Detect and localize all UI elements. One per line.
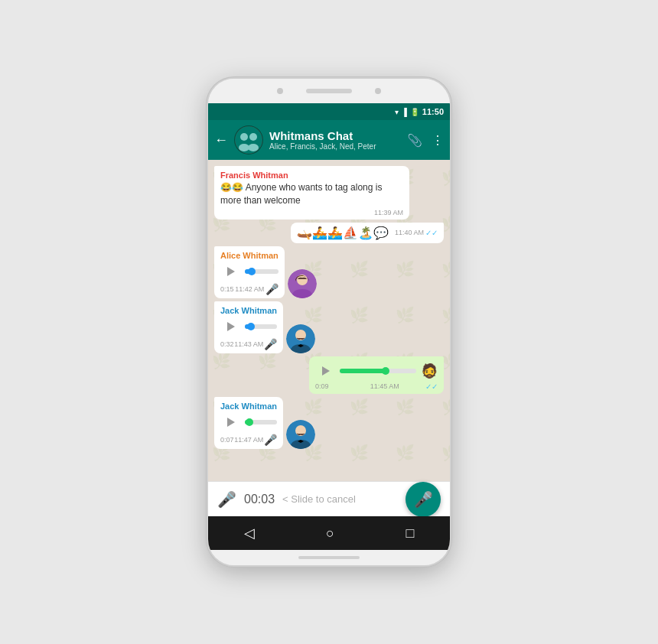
mic-fab-button[interactable]: 🎤 [406, 482, 441, 517]
jack-dot-2 [246, 418, 253, 426]
slide-to-cancel: < Slide to cancel [282, 493, 398, 505]
phone-frame: ▾ ▐ 🔋 11:50 ← [207, 77, 451, 567]
message-bubble: Francis Whitman 😂😂 Anyone who wants to t… [214, 166, 409, 220]
emoji-content: 🛶🚣🚣⛵🏝️💬 [297, 226, 389, 240]
emoji-message: 🛶🚣🚣⛵🏝️💬 11:40 AM ✓✓ [291, 223, 444, 243]
alice-play-icon [227, 267, 235, 276]
chat-title: Whitmans Chat [269, 129, 401, 142]
sent-time: 11:45 AM [370, 382, 399, 390]
check-marks: ✓✓ [425, 229, 438, 237]
nav-back-icon[interactable]: ◁ [244, 525, 255, 542]
phone-camera-2 [375, 88, 381, 94]
phone-speaker [306, 89, 352, 93]
phone-top [208, 79, 450, 103]
jack-avatar-1 [286, 324, 315, 353]
chat-info: Whitmans Chat Alice, Francis, Jack, Ned,… [269, 129, 401, 151]
svg-point-3 [239, 144, 249, 151]
svg-rect-0 [235, 126, 262, 154]
sent-audio-info: 0:09 11:45 AM ✓✓ [315, 382, 438, 391]
alice-audio-message: Alice Whitman 0:15 11:42 AM 🎤 [214, 246, 317, 298]
jack-play-button-2[interactable] [220, 412, 240, 432]
jack-dot-1 [247, 323, 255, 330]
phone-camera [277, 88, 283, 94]
sender-name: Francis Whitman [220, 171, 403, 180]
svg-point-4 [248, 144, 259, 151]
jack-avatar-2 [286, 420, 315, 449]
alice-mic-icon: 🎤 [265, 283, 279, 295]
phone-bottom [208, 550, 450, 565]
nav-home-icon[interactable]: ○ [326, 525, 334, 542]
sent-waveform [340, 369, 416, 373]
jack-audio-row-2 [220, 412, 277, 432]
alice-play-button[interactable] [220, 262, 240, 281]
alice-audio-info: 0:15 11:42 AM 🎤 [220, 283, 279, 295]
signal-icon: ▐ [402, 108, 407, 116]
alice-avatar [288, 269, 317, 298]
jack-mic-icon-1: 🎤 [264, 338, 277, 350]
menu-icon[interactable]: ⋮ [432, 133, 444, 148]
emoji-time: 11:40 AM [395, 229, 424, 236]
jack-duration-1: 0:32 [220, 340, 234, 348]
message-time: 11:39 AM [220, 209, 403, 216]
sent-duration: 0:09 [315, 382, 329, 390]
status-time: 11:50 [422, 107, 444, 116]
alice-waveform [245, 269, 279, 274]
jack-time-2: 11:47 AM [234, 436, 263, 444]
jack-play-button-1[interactable] [220, 317, 240, 337]
chat-subtitle: Alice, Francis, Jack, Ned, Peter [269, 142, 401, 151]
jack-sender-name-1: Jack Whitman [220, 306, 277, 315]
status-bar: ▾ ▐ 🔋 11:50 [208, 103, 450, 120]
alice-duration: 0:15 [220, 285, 234, 293]
battery-icon: 🔋 [410, 108, 419, 116]
sent-play-button[interactable] [315, 361, 335, 381]
back-button[interactable]: ← [214, 132, 228, 148]
sent-audio-row: 🧔 [315, 361, 438, 381]
jack-audio-info-1: 0:32 11:43 AM 🎤 [220, 338, 277, 350]
group-avatar-inner [235, 126, 262, 154]
jack-audio-bubble-1: Jack Whitman 0:32 11:43 AM 🎤 [214, 301, 283, 353]
phone-screen: ▾ ▐ 🔋 11:50 ← [208, 103, 450, 550]
alice-audio-row [220, 262, 279, 281]
status-icons: ▾ ▐ 🔋 11:50 [395, 107, 444, 116]
jack-audio-bubble-2: Jack Whitman 0:07 11:47 AM 🎤 [214, 397, 283, 449]
nav-bar: ◁ ○ □ [208, 516, 450, 550]
sent-avatar-emoji: 🧔 [421, 363, 438, 379]
jack-play-icon-1 [227, 322, 235, 331]
jack-waveform-1 [245, 324, 277, 329]
wifi-icon: ▾ [395, 108, 399, 116]
nav-recents-icon[interactable]: □ [406, 525, 414, 542]
svg-point-1 [240, 133, 248, 141]
jack-audio-info-2: 0:07 11:47 AM 🎤 [220, 434, 277, 446]
sent-dot [382, 367, 389, 375]
jack-audio-message-1: Jack Whitman 0:32 11:43 AM 🎤 [214, 301, 315, 353]
group-avatar [234, 125, 263, 154]
sent-audio-message: 🧔 0:09 11:45 AM ✓✓ [309, 356, 444, 394]
jack-sender-name-2: Jack Whitman [220, 402, 277, 411]
jack-waveform-2 [245, 420, 277, 424]
recording-time: 00:03 [244, 493, 275, 506]
chat-messages: Francis Whitman 😂😂 Anyone who wants to t… [208, 160, 450, 481]
jack-time-1: 11:43 AM [234, 340, 263, 348]
jack-duration-2: 0:07 [220, 436, 234, 444]
sent-checks: ✓✓ [425, 382, 438, 391]
jack-audio-message-2: Jack Whitman 0:07 11:47 AM 🎤 [214, 397, 315, 449]
sent-progress [340, 369, 386, 373]
sent-audio-bubble: 🧔 0:09 11:45 AM ✓✓ [309, 356, 444, 394]
jack-play-icon-2 [227, 418, 235, 427]
mic-fab-icon: 🎤 [414, 490, 433, 509]
alice-time: 11:42 AM [235, 285, 264, 293]
attach-icon[interactable]: 📎 [407, 133, 422, 148]
message-text: 😂😂 Anyone who wants to tag along is more… [220, 181, 403, 207]
header-icons: 📎 ⋮ [407, 133, 444, 148]
svg-point-2 [249, 133, 257, 141]
alice-dot [248, 268, 256, 275]
jack-mic-icon-2: 🎤 [264, 434, 277, 446]
chat-header: ← Whitmans Chat Alice, Francis, Jack, Ne… [208, 120, 450, 160]
phone-bottom-bar [298, 556, 360, 559]
voice-recording-bar: 🎤 00:03 < Slide to cancel 🎤 [208, 481, 450, 516]
record-mic-icon: 🎤 [217, 490, 236, 509]
alice-audio-bubble: Alice Whitman 0:15 11:42 AM 🎤 [214, 246, 285, 298]
jack-audio-row-1 [220, 317, 277, 337]
sent-play-icon [322, 366, 330, 376]
alice-sender-name: Alice Whitman [220, 251, 279, 260]
